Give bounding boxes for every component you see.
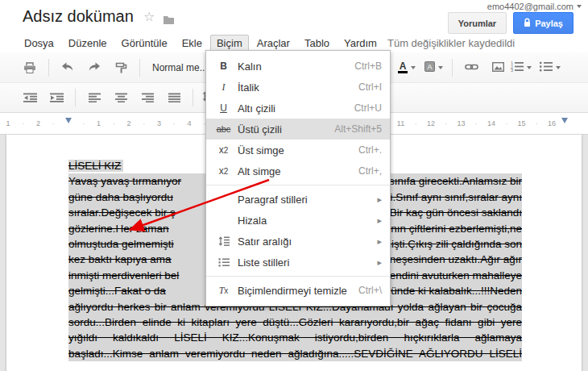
format-menu-item-satir-araligi[interactable]: Satır aralığı▸ xyxy=(206,231,390,252)
toolbar-separator xyxy=(452,59,453,77)
menu-item-shortcut: Ctrl+. xyxy=(358,144,382,156)
menubar-item-goruntule[interactable]: Görüntüle xyxy=(115,35,174,52)
format-menu-item-paragraf-stilleri[interactable]: Paragraf stilleri▸ xyxy=(206,189,390,210)
insert-image-button[interactable] xyxy=(486,58,510,77)
list-styles-icon xyxy=(213,258,234,267)
menu-item-shortcut: Alt+Shift+5 xyxy=(334,123,382,135)
menubar: DosyaDüzenleGörüntüleEkleBiçimAraçlarTab… xyxy=(18,35,385,52)
ruler-mark: 2 xyxy=(36,119,40,127)
format-menu-item-hizala[interactable]: Hizala▸ xyxy=(206,210,390,231)
bold-icon: B xyxy=(213,60,234,72)
menu-separator xyxy=(206,185,390,186)
submenu-arrow-icon: ▸ xyxy=(377,257,382,268)
ruler-mark: · xyxy=(82,119,85,127)
menu-item-label: Alt simge xyxy=(234,165,358,177)
ruler-mark: 1 xyxy=(97,119,101,127)
toolbar-separator xyxy=(75,89,76,106)
print-button[interactable] xyxy=(18,58,42,77)
redo-button[interactable] xyxy=(82,58,106,77)
underline-icon: U xyxy=(213,102,234,114)
paint-format-button[interactable] xyxy=(109,58,133,77)
highlight-color-button[interactable]: A xyxy=(421,58,445,77)
link-icon xyxy=(465,60,478,75)
toolbar-separator xyxy=(193,89,193,106)
comments-button[interactable]: Yorumlar xyxy=(448,12,507,34)
document-title[interactable]: Adsız doküman xyxy=(23,7,134,26)
menu-item-label: Liste stilleri xyxy=(234,256,377,269)
ruler-mark: 1 xyxy=(6,119,10,127)
google-docs-window: emo4402@gmail.com Adsız doküman ☆ Yoruml… xyxy=(0,0,588,371)
menu-item-label: Satır aralığı xyxy=(234,236,377,248)
toolbar-align-group xyxy=(18,83,226,112)
chevron-down-icon xyxy=(577,5,582,8)
svg-text:A: A xyxy=(427,62,432,70)
format-menu-item-italik[interactable]: IİtalikCtrl+I xyxy=(206,77,390,98)
format-menu-item-alt-simge[interactable]: x2Alt simgeCtrl+, xyxy=(206,160,390,181)
chevron-down-icon xyxy=(411,66,416,69)
account-email: emo4402@gmail.com xyxy=(487,2,574,11)
format-menu-item-bicimlendirmeyi-temizle[interactable]: TxBiçimlendirmeyi temizleCtrl+\ xyxy=(206,280,390,301)
ruler-mark: · xyxy=(113,119,115,127)
ruler-mark: 3 xyxy=(157,119,161,127)
numbered-list-icon: 123 xyxy=(510,60,524,75)
indent-increase-button[interactable] xyxy=(44,88,68,107)
menubar-item-araclar[interactable]: Araçlar xyxy=(251,35,296,52)
share-button-label: Paylaş xyxy=(535,19,563,28)
chevron-down-icon xyxy=(556,66,561,69)
share-button[interactable]: Paylaş xyxy=(513,12,574,34)
menubar-item-ekle[interactable]: Ekle xyxy=(176,35,209,52)
align-left-button[interactable] xyxy=(82,88,106,107)
ruler-mark: 14 xyxy=(487,119,495,127)
ruler-mark: · xyxy=(536,119,538,127)
text-color-button[interactable]: A xyxy=(395,58,419,77)
format-menu-item-kalin[interactable]: BKalınCtrl+B xyxy=(206,56,390,77)
menubar-item-tablo[interactable]: Tablo xyxy=(298,35,336,52)
menubar-item-yardim[interactable]: Yardım xyxy=(337,35,383,52)
document-line: yığıldı kaldıkaldı LİSELİ KIZ...Konuşmak… xyxy=(68,330,522,345)
star-icon[interactable]: ☆ xyxy=(143,10,155,23)
align-justify-button[interactable] xyxy=(162,88,186,107)
format-menu-item-ust-simge[interactable]: x2Üst simgeCtrl+. xyxy=(206,140,390,160)
numbered-list-button[interactable]: 123 xyxy=(507,58,534,77)
left-margin-marker[interactable] xyxy=(65,118,72,123)
ruler-mark: · xyxy=(52,119,55,127)
menu-item-shortcut: Ctrl+U xyxy=(354,102,382,114)
menubar-item-bicim[interactable]: Biçim xyxy=(210,35,249,52)
menubar-item-dosya[interactable]: Dosya xyxy=(18,35,60,52)
menu-item-label: Altı çizili xyxy=(234,102,354,115)
ruler-mark: 12 xyxy=(427,119,435,127)
folder-icon[interactable] xyxy=(163,13,175,27)
align-center-button[interactable] xyxy=(109,88,133,107)
menu-separator xyxy=(206,276,390,277)
submenu-arrow-icon: ▸ xyxy=(377,215,382,226)
ruler-mark: · xyxy=(143,119,145,127)
chevron-down-icon xyxy=(438,66,443,69)
account-menu[interactable]: emo4402@gmail.com xyxy=(487,2,582,11)
ruler-mark: 16 xyxy=(548,119,556,127)
bullet-list-button[interactable] xyxy=(536,58,563,77)
clear-format-icon: Tx xyxy=(213,285,234,297)
menu-item-label: Biçimlendirmeyi temizle xyxy=(234,285,358,297)
format-menu-item-alti-cizili[interactable]: UAltı çiziliCtrl+U xyxy=(206,98,390,119)
save-status[interactable]: Tüm değişiklikler kaydedildi xyxy=(387,37,515,49)
menubar-item-duzenle[interactable]: Düzenle xyxy=(62,35,114,52)
format-menu: BKalınCtrl+BIİtalikCtrl+IUAltı çiziliCtr… xyxy=(205,50,391,306)
subscript-icon: x2 xyxy=(213,165,234,177)
lock-icon xyxy=(524,18,531,29)
indent-decrease-button[interactable] xyxy=(18,88,42,107)
align-right-button[interactable] xyxy=(135,88,159,107)
ruler-mark: · xyxy=(505,119,507,127)
document-line: sordu...Birden elinde ki kitapları yere … xyxy=(68,315,522,330)
ruler-mark: · xyxy=(22,119,24,127)
menu-item-label: Hizala xyxy=(234,215,377,227)
ruler-mark: 13 xyxy=(457,119,465,127)
ruler-mark: 2 xyxy=(126,119,130,127)
undo-button[interactable] xyxy=(56,58,80,77)
right-margin-marker[interactable] xyxy=(561,118,568,123)
text-color-icon: A xyxy=(398,62,408,73)
menu-item-shortcut: Ctrl+I xyxy=(358,81,382,93)
format-menu-item-liste-stilleri[interactable]: Liste stilleri▸ xyxy=(206,252,390,273)
format-menu-item-ustu-cizili[interactable]: abcÜstü çiziliAlt+Shift+5 xyxy=(206,119,390,140)
menu-item-label: Üstü çizili xyxy=(234,123,334,135)
insert-link-button[interactable] xyxy=(459,58,483,77)
